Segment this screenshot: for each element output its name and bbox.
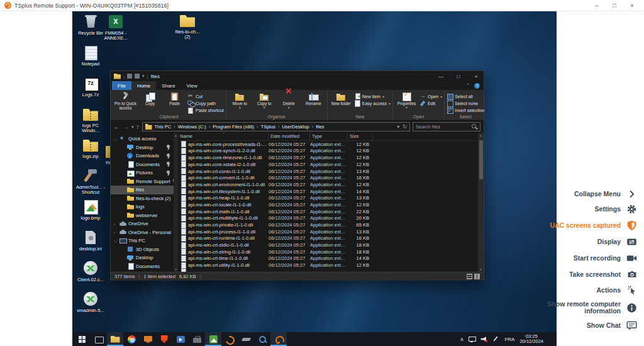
expander-icon[interactable]: ⌄ <box>114 137 118 141</box>
ribbon-button[interactable]: Cut <box>187 93 224 99</box>
nav-item[interactable]: webserver <box>111 211 174 220</box>
breadcrumb-segment[interactable]: Program Files (x86) <box>206 124 254 130</box>
file-row[interactable]: api-ms-win-crt-multibyte-l1-1-0.dll 06/1… <box>178 215 477 222</box>
file-row[interactable]: api-ms-win-crt-math-l1-1-0.dll 06/12/202… <box>178 208 477 215</box>
search-input[interactable] <box>416 124 472 130</box>
nav-item[interactable]: Desktop <box>111 143 174 152</box>
breadcrumb-segment[interactable]: This PC <box>155 124 172 130</box>
desktop-icon[interactable]: FMM054 - ANNEXE... <box>101 14 130 41</box>
nav-item[interactable]: Desktop <box>111 254 174 262</box>
nav-item[interactable]: ⌄ This PC <box>111 237 174 245</box>
server-monitor-icon[interactable] <box>140 332 156 346</box>
breadcrumb-segment[interactable]: TSplus <box>254 124 275 130</box>
take-screenshot-button[interactable]: Take screenshot <box>569 269 638 279</box>
desktop-icon[interactable]: files-to-ch... (2) <box>173 13 202 40</box>
utility-icon[interactable] <box>238 332 254 346</box>
ribbon-button[interactable]: Paste <box>163 91 186 114</box>
ribbon-button[interactable]: Properties ▾ <box>395 91 418 114</box>
file-row[interactable]: api-ms-win-core-synch-l1-2-0.dll 06/12/2… <box>178 148 477 155</box>
address-dropdown-icon[interactable]: ▾ <box>397 124 399 130</box>
ribbon-button[interactable]: Delete ▾ <box>277 91 301 114</box>
forward-button[interactable]: → <box>123 124 129 130</box>
column-header-type[interactable]: Type <box>310 133 348 140</box>
file-row[interactable]: api-ms-win-crt-convert-l1-1-0.dll 06/12/… <box>178 174 477 181</box>
file-row[interactable]: api-ms-win-crt-conio-l1-1-0.dll 06/12/20… <box>178 168 477 175</box>
remote-support-icon[interactable] <box>270 332 287 346</box>
nav-item[interactable]: Documents <box>111 262 174 271</box>
start-icon[interactable] <box>74 332 91 346</box>
nav-item[interactable]: › OneDrive - Personal <box>111 228 174 237</box>
remote-desktop-icon[interactable] <box>172 332 189 346</box>
search-tool-icon[interactable] <box>254 332 270 346</box>
file-row[interactable]: api-ms-win-crt-process-l1-1-0.dll 06/12/… <box>178 228 477 235</box>
network-icon[interactable] <box>469 336 475 342</box>
breadcrumb[interactable]: This PC Windows (C:) Program Files (x86)… <box>142 122 410 131</box>
file-row[interactable]: api-ms-win-core-xstate-l2-1-0.dll 06/12/… <box>178 161 477 168</box>
recent-locations-icon[interactable]: ▾ <box>131 124 134 130</box>
ribbon-button[interactable]: Move to ▾ <box>228 91 252 114</box>
file-row[interactable]: api-ms-win-crt-locale-l1-1-0.dll 06/12/2… <box>178 201 477 208</box>
file-row[interactable]: api-ms-win-crt-utility-l1-1-0.dll 06/12/… <box>178 262 477 269</box>
refresh-icon[interactable]: ↻ <box>402 124 407 130</box>
desktop-icon[interactable]: Client-02.c... <box>76 260 105 291</box>
ribbon-tab[interactable]: View <box>181 81 203 90</box>
desktop-icon[interactable]: desktop.ini <box>76 230 105 260</box>
file-explorer-icon[interactable] <box>107 332 123 346</box>
column-header-size[interactable]: Size <box>348 133 373 140</box>
ribbon-tab[interactable]: Share <box>156 81 180 90</box>
up-button[interactable]: ↑ <box>136 124 140 130</box>
nav-item[interactable]: 3D Objects <box>111 245 174 254</box>
explorer-maximize-button[interactable]: □ <box>454 74 463 79</box>
maximize-button[interactable]: □ <box>611 3 618 9</box>
explorer-close-button[interactable]: × <box>472 74 480 79</box>
ribbon-button[interactable]: Select all <box>447 93 484 99</box>
desktop-icon[interactable]: Logs.7z <box>76 75 105 106</box>
start-recording-button[interactable]: Start recording <box>574 253 638 264</box>
nav-item[interactable]: Downloads <box>111 152 174 160</box>
breadcrumb-segment[interactable]: Windows (C:) <box>171 124 206 130</box>
ribbon-button[interactable]: Edit <box>419 100 442 106</box>
nav-item[interactable]: Remote Support <box>111 177 174 186</box>
ribbon-button[interactable]: Paste shortcut <box>187 107 224 113</box>
file-row[interactable] <box>178 269 477 272</box>
display-button[interactable]: Display <box>597 237 638 247</box>
volume-muted-icon[interactable] <box>480 336 487 342</box>
breadcrumb-segment[interactable]: files <box>309 124 325 130</box>
nav-item[interactable]: Documents <box>111 160 174 169</box>
ribbon-button[interactable]: Copy to ▾ <box>253 91 276 114</box>
nav-item[interactable]: ⌄ Quick access <box>111 135 174 143</box>
settings-button[interactable]: Settings <box>595 204 638 215</box>
file-row[interactable]: api-ms-win-crt-time-l1-1-0.dll 06/12/202… <box>178 255 477 262</box>
file-row[interactable]: api-ms-win-crt-environment-l1-1-0.dll 06… <box>178 181 477 188</box>
brave-icon[interactable] <box>156 332 172 346</box>
file-row[interactable]: api-ms-win-crt-stdio-l1-1-0.dll 06/12/20… <box>178 242 477 248</box>
show-chat-button[interactable]: Show Chat <box>587 320 638 331</box>
nav-item[interactable]: files-to-check (2) <box>111 194 174 203</box>
hidden-icons-chevron-icon[interactable]: ∧ <box>460 337 464 342</box>
updater-icon[interactable] <box>221 332 238 346</box>
toolbox-icon[interactable] <box>189 332 205 346</box>
ribbon-button[interactable]: Select none <box>447 100 484 106</box>
ribbon-button[interactable]: New folder <box>330 91 353 114</box>
column-header-modified[interactable]: Date modified <box>269 133 310 140</box>
ribbon-tab[interactable]: File <box>112 81 131 90</box>
ribbon-tab[interactable]: Home <box>131 81 156 90</box>
details-view-button[interactable] <box>467 274 472 279</box>
ribbon-button[interactable]: Copy path <box>187 100 224 106</box>
file-row[interactable]: api-ms-win-core-processthreads-l1-1-1.dl… <box>178 141 477 148</box>
nav-item[interactable]: › OneDrive <box>111 220 174 228</box>
nav-scrollbar[interactable]: ▴▾ <box>174 133 178 272</box>
file-row[interactable]: api-ms-win-crt-filesystem-l1-1-0.dll 06/… <box>178 188 477 195</box>
minimize-button[interactable]: – <box>593 3 601 9</box>
ribbon-button[interactable]: Copy <box>138 91 162 114</box>
nav-item[interactable]: Pictures <box>111 169 174 177</box>
ribbon-button[interactable]: Pin to Quick access <box>114 91 137 114</box>
desktop-icon[interactable]: logs PC Windo... <box>76 106 105 137</box>
language-indicator[interactable]: FRA <box>504 337 514 342</box>
chevron-down-icon[interactable]: ▾ <box>142 74 145 79</box>
help-icon[interactable]: ? <box>474 83 480 89</box>
collapse-menu-button[interactable]: Collapse Menu <box>574 190 638 198</box>
task-view-icon[interactable] <box>91 332 107 346</box>
close-button[interactable]: × <box>628 3 636 9</box>
breadcrumb-segment[interactable]: UserDesktop <box>275 124 309 130</box>
